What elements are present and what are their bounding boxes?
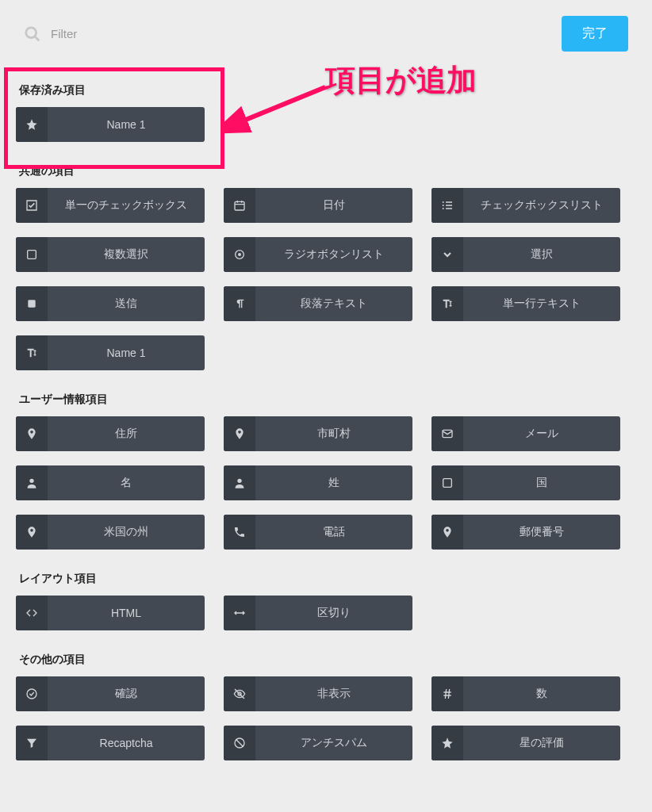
field-label: 確認 [48, 676, 205, 711]
field-label: 段落テキスト [255, 286, 412, 321]
text-height-icon [16, 335, 48, 370]
field-checkbox-list[interactable]: チェックボックスリスト [431, 188, 620, 223]
top-bar: 完了 [0, 0, 652, 52]
field-label: 日付 [255, 188, 412, 223]
field-phone[interactable]: 電話 [224, 515, 412, 550]
section-saved: 保存済み項目 Name 1 [0, 83, 652, 142]
field-us-state[interactable]: 米国の州 [16, 515, 205, 550]
field-label: 非表示 [255, 676, 412, 711]
field-name1[interactable]: Name 1 [16, 335, 205, 370]
field-lastname[interactable]: 姓 [224, 465, 412, 500]
user-grid: 住所 市町村 メール 名 姓 国 米国の州 電話 [16, 416, 636, 550]
field-label: 姓 [255, 465, 412, 500]
field-label: 米国の州 [48, 515, 205, 550]
field-label: 数 [463, 676, 620, 711]
search-icon [24, 25, 41, 43]
field-date[interactable]: 日付 [224, 188, 412, 223]
field-label: 区切り [255, 596, 412, 630]
field-label: 市町村 [255, 416, 412, 451]
filter-input[interactable] [51, 27, 209, 40]
field-label: 国 [463, 465, 620, 500]
field-html[interactable]: HTML [16, 596, 205, 630]
field-label: 送信 [48, 286, 205, 321]
field-label: 郵便番号 [463, 515, 620, 550]
field-label: チェックボックスリスト [463, 188, 620, 223]
search-wrap [24, 25, 209, 43]
common-grid: 単一のチェックボックス 日付 チェックボックスリスト 複数選択 ラジオボタンリス… [16, 188, 636, 370]
map-marker-icon [431, 515, 463, 550]
field-label: 住所 [48, 416, 205, 451]
field-label: Recaptcha [48, 726, 205, 760]
section-layout: レイアウト項目 HTML 区切り [0, 572, 652, 630]
chevron-down-icon [431, 237, 463, 272]
field-zip[interactable]: 郵便番号 [431, 515, 620, 550]
section-title-other: その他の項目 [19, 653, 636, 667]
other-grid: 確認 非表示 数 Recaptcha アンチスパム 星の評価 [16, 676, 636, 760]
field-label: メール [463, 416, 620, 451]
field-email[interactable]: メール [431, 416, 620, 451]
star-icon [16, 107, 48, 142]
square-icon [431, 465, 463, 500]
field-single-line[interactable]: 単一行テキスト [431, 286, 620, 321]
field-label: ラジオボタンリスト [255, 237, 412, 272]
paragraph-icon [224, 286, 255, 321]
layout-grid: HTML 区切り [16, 596, 636, 630]
section-title-common: 共通の項目 [19, 164, 636, 178]
mail-icon [431, 416, 463, 451]
section-title-saved: 保存済み項目 [19, 83, 636, 98]
phone-icon [224, 515, 255, 550]
field-label: 選択 [463, 237, 620, 272]
field-label: 単一のチェックボックス [48, 188, 205, 223]
check-circle-icon [16, 676, 48, 711]
section-user: ユーザー情報項目 住所 市町村 メール 名 姓 国 米国の州 [0, 393, 652, 550]
field-number[interactable]: 数 [431, 676, 620, 711]
section-common: 共通の項目 単一のチェックボックス 日付 チェックボックスリスト 複数選択 ラジ… [0, 164, 652, 370]
done-button[interactable]: 完了 [562, 16, 628, 52]
calendar-icon [224, 188, 255, 223]
field-hidden[interactable]: 非表示 [224, 676, 412, 711]
radio-icon [224, 237, 255, 272]
field-confirm[interactable]: 確認 [16, 676, 205, 711]
filter-icon [16, 726, 48, 760]
code-icon [16, 596, 48, 630]
field-label: 名 [48, 465, 205, 500]
field-label: Name 1 [48, 107, 205, 142]
field-label: 電話 [255, 515, 412, 550]
field-city[interactable]: 市町村 [224, 416, 412, 451]
section-other: その他の項目 確認 非表示 数 Recaptcha アンチスパム 星の評価 [0, 653, 652, 760]
section-title-user: ユーザー情報項目 [19, 393, 636, 407]
hash-icon [431, 676, 463, 711]
map-marker-icon [16, 416, 48, 451]
field-multi-select[interactable]: 複数選択 [16, 237, 205, 272]
saved-grid: Name 1 [16, 107, 636, 142]
star-icon [431, 726, 463, 760]
field-firstname[interactable]: 名 [16, 465, 205, 500]
field-divider[interactable]: 区切り [224, 596, 412, 630]
list-icon [431, 188, 463, 223]
field-label: 単一行テキスト [463, 286, 620, 321]
square-filled-icon [16, 286, 48, 321]
map-marker-icon [16, 515, 48, 550]
field-saved-name1[interactable]: Name 1 [16, 107, 205, 142]
user-icon [224, 465, 255, 500]
field-label: Name 1 [48, 335, 205, 370]
field-antispam[interactable]: アンチスパム [224, 726, 412, 760]
user-icon [16, 465, 48, 500]
field-paragraph[interactable]: 段落テキスト [224, 286, 412, 321]
field-radio-list[interactable]: ラジオボタンリスト [224, 237, 412, 272]
field-select[interactable]: 選択 [431, 237, 620, 272]
field-label: 星の評価 [463, 726, 620, 760]
field-recaptcha[interactable]: Recaptcha [16, 726, 205, 760]
field-submit[interactable]: 送信 [16, 286, 205, 321]
field-single-checkbox[interactable]: 単一のチェックボックス [16, 188, 205, 223]
checkbox-checked-icon [16, 188, 48, 223]
field-star-rating[interactable]: 星の評価 [431, 726, 620, 760]
field-label: HTML [48, 596, 205, 630]
field-country[interactable]: 国 [431, 465, 620, 500]
square-icon [16, 237, 48, 272]
section-title-layout: レイアウト項目 [19, 572, 636, 586]
field-label: アンチスパム [255, 726, 412, 760]
arrows-h-icon [224, 596, 255, 630]
field-address[interactable]: 住所 [16, 416, 205, 451]
field-label: 複数選択 [48, 237, 205, 272]
